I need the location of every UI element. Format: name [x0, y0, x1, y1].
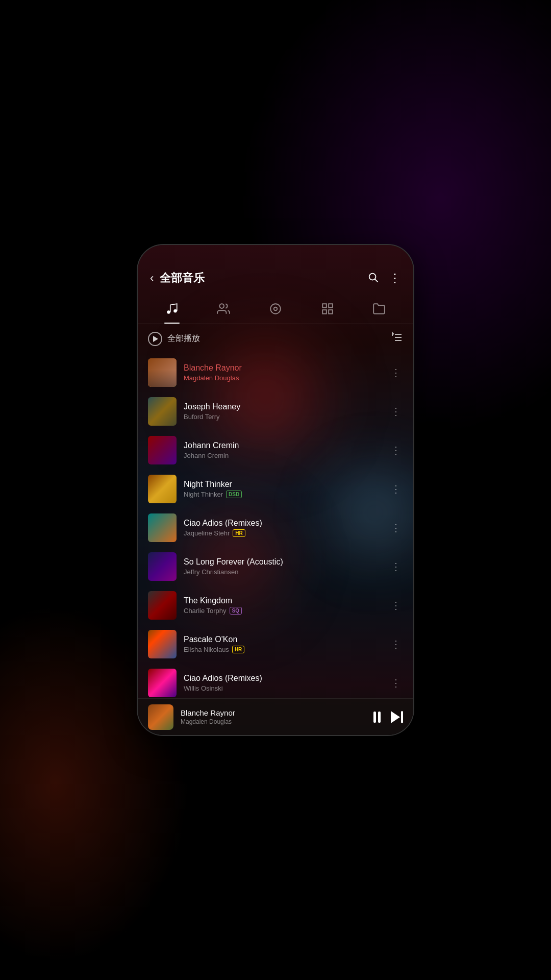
song-artist: Night Thinker [184, 491, 223, 498]
song-artist: Buford Terry [184, 413, 220, 421]
play-all-label: 全部播放 [167, 333, 200, 344]
list-item[interactable]: Johann Cremin Johann Cremin ⋮ [138, 431, 413, 470]
search-icon[interactable] [367, 272, 379, 285]
more-options-button[interactable]: ⋮ [389, 521, 403, 535]
now-playing-info: Blanche Raynor Magdalen Douglas [181, 708, 373, 725]
now-playing-title: Blanche Raynor [181, 708, 373, 717]
artists-tab-icon [217, 302, 230, 318]
song-subtitle: Willis Osinski [184, 684, 382, 692]
list-item[interactable]: Pascale O'Kon Elisha Nikolaus HR ⋮ [138, 625, 413, 664]
song-title: Ciao Adios (Remixes) [184, 519, 382, 528]
list-item[interactable]: Joseph Heaney Buford Terry ⋮ [138, 392, 413, 431]
svg-rect-10 [329, 310, 333, 314]
song-thumbnail [148, 591, 177, 620]
svg-rect-8 [329, 304, 333, 308]
albums-tab-icon [269, 302, 282, 318]
song-info: Ciao Adios (Remixes) Jaqueline Stehr HR [184, 519, 382, 537]
back-button[interactable]: ‹ [150, 272, 154, 285]
quality-badge: DSD [226, 491, 242, 498]
song-artist: Jaqueline Stehr [184, 529, 230, 537]
svg-point-4 [220, 304, 224, 308]
song-thumbnail [148, 630, 177, 658]
header: ‹ 全部音乐 ⋮ [138, 245, 413, 294]
song-title: Ciao Adios (Remixes) [184, 674, 382, 683]
song-info: Joseph Heaney Buford Terry [184, 402, 382, 421]
playlists-tab-icon [321, 302, 334, 318]
list-item[interactable]: The Kingdom Charlie Torphy SQ ⋮ [138, 586, 413, 625]
svg-point-6 [274, 307, 278, 311]
quality-badge: SQ [230, 607, 242, 615]
tab-artists[interactable] [209, 298, 238, 324]
page-title: 全部音乐 [160, 271, 205, 286]
song-subtitle: Magdalen Douglas [184, 374, 382, 382]
list-item[interactable]: So Long Forever (Acoustic) Jeffry Christ… [138, 547, 413, 586]
songs-tab-icon [165, 302, 179, 318]
svg-point-3 [173, 309, 177, 313]
play-all-button[interactable] [148, 332, 162, 346]
more-options-button[interactable]: ⋮ [389, 482, 403, 496]
sort-icon[interactable] [391, 331, 403, 346]
now-playing-bar[interactable]: Blanche Raynor Magdalen Douglas [138, 698, 413, 735]
tab-songs[interactable] [157, 298, 187, 324]
tab-folders[interactable] [364, 298, 394, 324]
next-triangle [391, 711, 400, 723]
list-item[interactable]: Blanche Raynor Magdalen Douglas ⋮ [138, 353, 413, 392]
next-bar [401, 711, 403, 723]
song-title: Johann Cremin [184, 441, 382, 450]
song-title: Blanche Raynor [184, 363, 382, 373]
svg-point-5 [270, 304, 281, 314]
more-options-button[interactable]: ⋮ [389, 365, 403, 380]
tab-albums[interactable] [261, 298, 290, 324]
song-artist: Elisha Nikolaus [184, 646, 229, 653]
song-subtitle: Night Thinker DSD [184, 491, 382, 498]
svg-rect-7 [322, 304, 327, 308]
more-options-button[interactable]: ⋮ [389, 598, 403, 612]
now-playing-artist: Magdalen Douglas [181, 718, 373, 725]
list-item[interactable]: Night Thinker Night Thinker DSD ⋮ [138, 470, 413, 508]
song-subtitle: Jaqueline Stehr HR [184, 529, 382, 537]
song-title: So Long Forever (Acoustic) [184, 557, 382, 567]
svg-rect-9 [322, 310, 327, 314]
pause-icon [373, 712, 381, 723]
song-artist: Jeffry Christiansen [184, 568, 238, 576]
svg-line-1 [375, 279, 378, 282]
song-thumbnail [148, 552, 177, 581]
next-icon [391, 711, 403, 723]
list-item[interactable]: Ciao Adios (Remixes) Jaqueline Stehr HR … [138, 508, 413, 547]
song-artist: Willis Osinski [184, 684, 223, 692]
song-title: Pascale O'Kon [184, 635, 382, 644]
song-subtitle: Johann Cremin [184, 452, 382, 459]
song-artist: Magdalen Douglas [184, 374, 239, 382]
song-thumbnail [148, 475, 177, 503]
song-subtitle: Charlie Torphy SQ [184, 607, 382, 615]
song-info: The Kingdom Charlie Torphy SQ [184, 596, 382, 615]
song-title: The Kingdom [184, 596, 382, 605]
more-options-button[interactable]: ⋮ [389, 559, 403, 574]
more-options-button[interactable]: ⋮ [389, 676, 403, 690]
song-list: Blanche Raynor Magdalen Douglas ⋮ Joseph… [138, 353, 413, 698]
song-info: Johann Cremin Johann Cremin [184, 441, 382, 459]
pause-bar-right [378, 712, 381, 723]
folders-tab-icon [372, 302, 386, 318]
song-thumbnail [148, 513, 177, 542]
more-options-button[interactable]: ⋮ [389, 404, 403, 419]
list-item[interactable]: Ciao Adios (Remixes) Willis Osinski ⋮ [138, 664, 413, 698]
nav-tabs [138, 294, 413, 324]
song-info: Blanche Raynor Magdalen Douglas [184, 363, 382, 382]
now-playing-thumbnail [148, 704, 173, 730]
pause-button[interactable] [373, 712, 381, 723]
song-artist: Charlie Torphy [184, 607, 227, 615]
header-left: ‹ 全部音乐 [150, 271, 205, 286]
song-artist: Johann Cremin [184, 452, 229, 459]
more-options-button[interactable]: ⋮ [389, 443, 403, 457]
song-subtitle: Elisha Nikolaus HR [184, 646, 382, 653]
next-button[interactable] [391, 711, 403, 723]
song-thumbnail [148, 358, 177, 387]
tab-playlists[interactable] [313, 298, 342, 324]
more-menu-icon[interactable]: ⋮ [389, 271, 401, 285]
play-all-left: 全部播放 [148, 332, 200, 346]
more-options-button[interactable]: ⋮ [389, 637, 403, 651]
song-info: Night Thinker Night Thinker DSD [184, 480, 382, 498]
quality-badge: HR [232, 646, 244, 653]
song-thumbnail [148, 436, 177, 464]
